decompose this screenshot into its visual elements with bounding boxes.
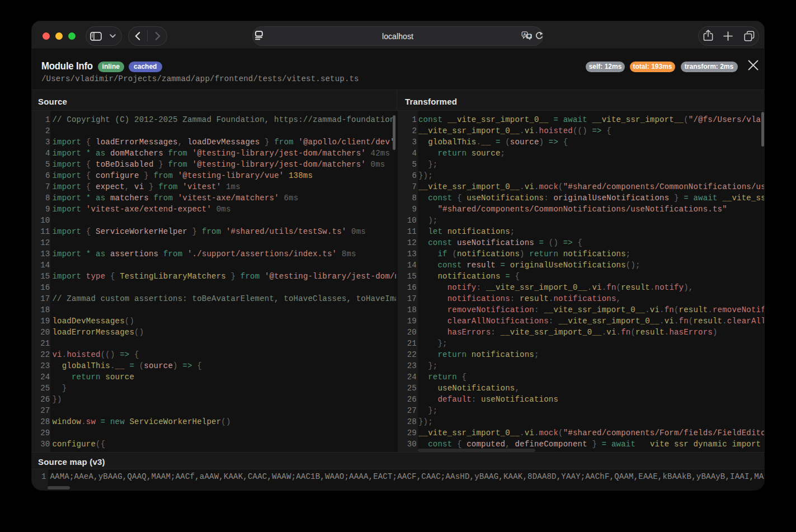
svg-text:✱: ✱ bbox=[527, 34, 531, 39]
svg-text:A: A bbox=[523, 31, 526, 36]
